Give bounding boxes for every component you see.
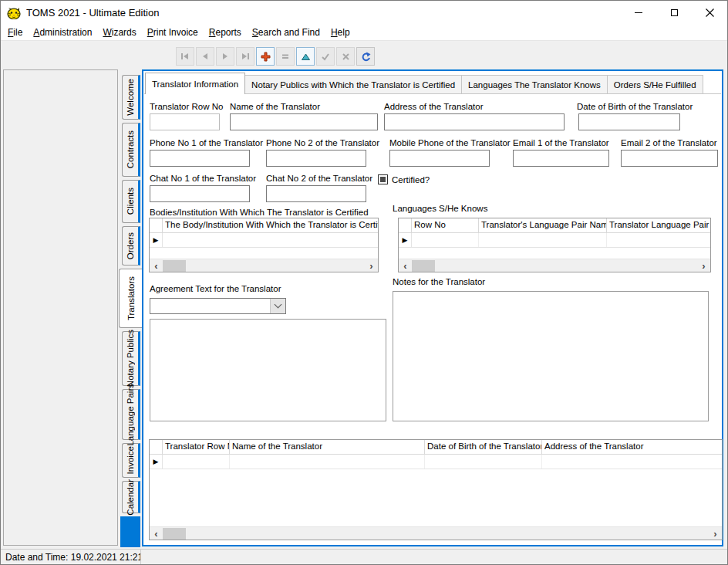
certified-label: Certified? <box>392 175 430 184</box>
scroll-right-icon[interactable]: › <box>365 260 378 272</box>
menu-administration[interactable]: Administration <box>33 27 92 38</box>
sidebar-tab-label: Contracts <box>126 130 135 168</box>
translator-dob-field[interactable] <box>578 113 680 130</box>
sidebar-tab-label: Translators <box>126 276 136 320</box>
scrollbar-thumb[interactable] <box>412 260 435 272</box>
chat1-field[interactable] <box>150 185 250 202</box>
menu-search-and-find[interactable]: Search and Find <box>252 27 320 38</box>
indicator-column-header <box>150 218 163 232</box>
chat2-label: Chat No 2 of the Translator <box>266 174 372 183</box>
agreement-combobox[interactable] <box>150 298 286 314</box>
languages-section-label: Languages S/He Knows <box>393 204 487 213</box>
sidebar-tab-orders[interactable]: Orders <box>122 226 140 266</box>
next-record-button[interactable] <box>216 47 234 66</box>
scroll-right-icon[interactable]: › <box>709 528 722 540</box>
close-icon <box>706 8 714 17</box>
scroll-right-icon[interactable]: › <box>697 260 710 272</box>
tab-orders-s-he-fulfilled[interactable]: Orders S/He Fulfilled <box>607 75 703 94</box>
close-button[interactable] <box>692 1 727 25</box>
sidebar-tab-translators[interactable]: Translators <box>119 269 142 328</box>
insert-record-icon <box>261 52 271 62</box>
combobox-dropdown-button[interactable] <box>270 299 285 313</box>
translators-grid-empty-row[interactable]: ▶ <box>150 455 722 469</box>
prior-record-icon <box>201 52 210 60</box>
translator-detail-tabs: Translator InformationNotary Publics wit… <box>145 73 703 94</box>
edit-record-button[interactable] <box>296 47 315 66</box>
refresh-data-button[interactable] <box>356 47 375 66</box>
delete-record-button[interactable] <box>276 47 295 66</box>
window-title: TOMS 2021 - Ultimate Edition <box>26 7 159 19</box>
bodies-grid-cell[interactable] <box>163 233 379 247</box>
first-record-button[interactable] <box>176 47 194 66</box>
insert-record-button[interactable] <box>256 47 275 66</box>
status-bar: Date and Time: 19.02.2021 21:21:05 <box>1 549 727 564</box>
sidebar-tab-welcome[interactable]: Welcome <box>122 75 140 120</box>
translators-grid-cell[interactable] <box>230 455 425 469</box>
notes-label: Notes for the Translator <box>393 277 485 286</box>
translators-page-panel: Translator InformationNotary Publics wit… <box>142 69 723 546</box>
phone1-field[interactable] <box>150 150 250 167</box>
languages-grid-cell[interactable] <box>412 233 479 247</box>
current-row-indicator-icon: ▶ <box>399 233 412 247</box>
sidebar-tab-label: Clients <box>126 188 135 215</box>
datetime-status-text: Date and Time: 19.02.2021 21:21:05 <box>5 552 141 563</box>
workspace: WelcomeContractsClientsOrdersTranslators… <box>1 69 727 549</box>
bodies-section-label: Bodies/Institution With Which The Transl… <box>150 208 369 217</box>
sidebar-tab-label: Invoice <box>126 446 135 474</box>
sidebar-tab-calendar[interactable]: Calendar <box>122 481 140 513</box>
translator-row-no-field[interactable] <box>150 113 220 130</box>
menu-reports[interactable]: Reports <box>209 27 241 38</box>
mobile-field[interactable] <box>389 150 490 167</box>
maximize-button[interactable] <box>656 1 692 25</box>
translators-grid-cell[interactable] <box>542 455 723 469</box>
post-edit-button[interactable] <box>316 47 335 66</box>
languages-grid-horizontal-scrollbar[interactable]: ‹› <box>399 259 710 272</box>
minimize-icon <box>635 12 642 13</box>
phone2-field[interactable] <box>266 150 366 167</box>
sidebar-tab-language-pairs[interactable]: Language Pairs <box>122 389 140 440</box>
minimize-button[interactable] <box>621 1 656 25</box>
app-cat-icon <box>7 7 21 19</box>
maximize-icon <box>671 9 678 16</box>
sidebar-tab-notary-publics[interactable]: Notary Publics <box>122 331 140 386</box>
scrollbar-thumb[interactable] <box>163 528 186 540</box>
last-record-button[interactable] <box>236 47 254 66</box>
chat2-field[interactable] <box>266 185 366 202</box>
prior-record-button[interactable] <box>196 47 214 66</box>
tab-translator-information[interactable]: Translator Information <box>145 73 245 94</box>
certified-checkbox[interactable] <box>378 174 388 184</box>
menu-wizards[interactable]: Wizards <box>103 27 136 38</box>
bodies-grid-horizontal-scrollbar[interactable]: ‹› <box>150 259 378 272</box>
menu-file[interactable]: File <box>8 27 22 38</box>
sidebar-tab-clients[interactable]: Clients <box>122 180 140 223</box>
scrollbar-thumb[interactable] <box>163 260 186 272</box>
column-header-row-no: Row No <box>412 218 479 232</box>
email1-label: Email 1 of the Translator <box>513 138 609 147</box>
email1-field[interactable] <box>513 150 609 167</box>
scroll-left-icon[interactable]: ‹ <box>150 528 163 540</box>
sidebar-tab-invoice[interactable]: Invoice <box>122 443 140 478</box>
languages-grid-empty-row[interactable]: ▶ <box>399 233 710 248</box>
tab-languages-the-translator-knows[interactable]: Languages The Translator Knows <box>461 75 608 94</box>
menu-print-invoice[interactable]: Print Invoice <box>147 27 198 38</box>
menu-help[interactable]: Help <box>331 27 350 38</box>
agreement-text-memo[interactable] <box>150 319 386 421</box>
bodies-grid-empty-row[interactable]: ▶ <box>150 233 378 248</box>
notes-memo[interactable] <box>393 291 709 421</box>
cancel-edit-button[interactable] <box>336 47 355 66</box>
translators-grid-cell[interactable] <box>163 455 230 469</box>
translator-address-field[interactable] <box>384 113 565 130</box>
translators-grid-horizontal-scrollbar[interactable]: ‹› <box>150 526 722 540</box>
email2-field[interactable] <box>621 150 718 167</box>
scroll-left-icon[interactable]: ‹ <box>399 260 412 272</box>
bodies-grid-empty-area <box>150 248 378 259</box>
translators-grid-cell[interactable] <box>425 455 542 469</box>
scroll-left-icon[interactable]: ‹ <box>150 260 163 272</box>
sidebar-tab-contracts[interactable]: Contracts <box>122 123 140 177</box>
tab-notary-publics-with-which-the-translator-is-certified[interactable]: Notary Publics with Which the Translator… <box>244 75 462 94</box>
bodies-grid: The Body/Institution With Which the Tran… <box>149 218 379 272</box>
languages-grid-cell[interactable] <box>607 233 711 247</box>
translator-name-field[interactable] <box>230 113 378 130</box>
app-window: TOMS 2021 - Ultimate Edition FileAdminis… <box>0 0 728 565</box>
languages-grid-cell[interactable] <box>479 233 607 247</box>
